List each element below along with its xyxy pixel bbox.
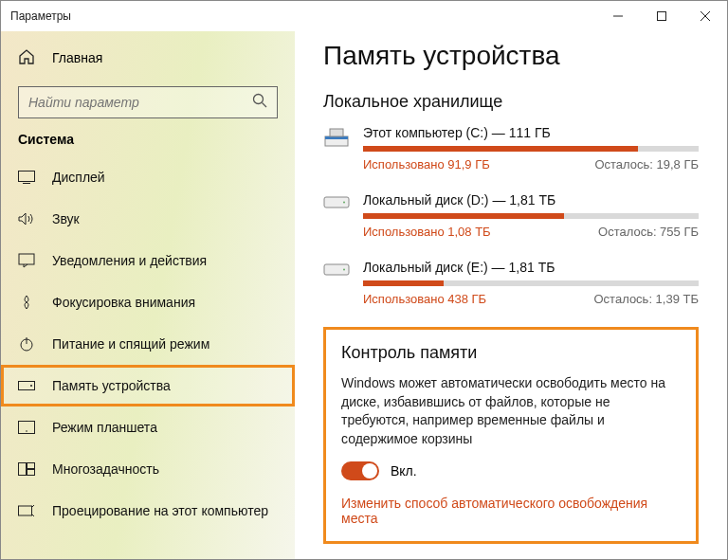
search-field[interactable] [28,95,252,110]
drive-bar [363,213,699,219]
sound-icon [18,210,35,227]
svg-rect-24 [324,264,349,275]
drive-bar [363,146,699,152]
toggle-knob [362,463,377,479]
window-title: Параметры [10,9,71,23]
storage-sense-link[interactable]: Изменить способ автоматического освобожд… [341,496,681,526]
svg-rect-18 [19,506,32,515]
svg-rect-1 [658,12,666,21]
power-icon [18,335,35,352]
search-icon [252,93,267,112]
svg-rect-22 [324,197,349,208]
drive-d-icon [323,194,350,221]
main-content: Память устройства Локальное хранилище Эт… [295,31,727,559]
home-label: Главная [52,50,102,65]
svg-rect-8 [19,254,34,264]
titlebar: Параметры [1,1,727,31]
drive-d[interactable]: Локальный диск (D:) — 1,81 ТБ Использова… [323,192,699,239]
search-input[interactable] [18,86,278,118]
sidebar-item-power[interactable]: Питание и спящий режим [1,323,295,365]
drive-bar-fill [363,213,564,219]
svg-point-25 [343,269,345,271]
nav-label: Многозадачность [52,461,159,477]
sidebar-item-tablet[interactable]: Режим планшета [1,406,295,448]
close-button[interactable] [683,1,727,31]
nav-label: Уведомления и действия [52,253,207,268]
drive-name: Локальный диск (D:) — 1,81 ТБ [363,192,699,208]
storage-sense-title: Контроль памяти [341,343,681,363]
svg-point-12 [30,385,32,387]
maximize-button[interactable] [640,1,683,31]
settings-window: Параметры Главная Система Дисплей Звук [0,0,728,560]
drive-free: Осталось: 755 ГБ [598,225,699,239]
svg-rect-16 [27,463,35,469]
home-icon [18,48,35,68]
drive-bar-fill [363,280,444,286]
storage-sense-desc: Windows может автоматически освободить м… [341,374,681,448]
projecting-icon [18,502,35,519]
focus-icon [18,294,35,311]
nav-label: Питание и спящий режим [52,336,209,352]
sidebar-item-focus[interactable]: Фокусировка внимания [1,281,295,323]
section-heading: Система [1,132,295,147]
svg-rect-21 [330,129,343,136]
display-icon [18,169,35,186]
multitask-icon [18,461,35,478]
svg-rect-15 [19,463,27,476]
storage-sense-box: Контроль памяти Windows может автоматиче… [323,327,699,544]
page-title: Память устройства [323,41,699,71]
drive-name: Этот компьютер (C:) — 111 ГБ [363,125,699,140]
drive-e[interactable]: Локальный диск (E:) — 1,81 ТБ Использова… [323,260,699,306]
drive-bar [363,280,699,286]
nav-label: Режим планшета [52,420,157,435]
svg-point-23 [343,202,345,204]
sidebar: Главная Система Дисплей Звук Уведомления… [1,31,295,559]
drive-used: Использовано 91,9 ГБ [363,157,490,172]
svg-point-4 [254,95,264,104]
notifications-icon [18,252,35,269]
toggle-label: Вкл. [391,463,417,479]
sidebar-item-display[interactable]: Дисплей [1,156,295,198]
sidebar-item-projecting[interactable]: Проецирование на этот компьютер [1,490,295,532]
nav-label: Звук [52,211,80,226]
sidebar-item-notifications[interactable]: Уведомления и действия [1,240,295,281]
nav-label: Фокусировка внимания [52,295,195,310]
drive-bar-fill [363,146,638,152]
sidebar-item-storage[interactable]: Память устройства [1,365,295,406]
storage-icon [18,377,35,394]
sidebar-item-sound[interactable]: Звук [1,198,295,240]
local-storage-heading: Локальное хранилище [323,92,699,112]
sidebar-item-multitask[interactable]: Многозадачность [1,448,295,490]
drive-free: Осталось: 1,39 ТБ [594,292,700,306]
drive-c-icon [323,127,350,154]
drive-c[interactable]: Этот компьютер (C:) — 111 ГБ Использован… [323,125,699,172]
drive-used: Использовано 1,08 ТБ [363,225,491,239]
drive-free: Осталось: 19,8 ГБ [594,157,699,172]
storage-sense-toggle[interactable] [341,461,379,480]
nav-label: Дисплей [52,170,105,185]
svg-line-5 [263,103,267,108]
drive-e-icon [323,262,350,288]
svg-rect-6 [19,172,35,182]
tablet-icon [18,419,35,436]
drive-name: Локальный диск (E:) — 1,81 ТБ [363,260,699,275]
home-button[interactable]: Главная [1,39,295,77]
drive-used: Использовано 438 ГБ [363,292,486,306]
svg-point-14 [26,430,27,432]
svg-rect-17 [27,470,35,476]
minimize-button[interactable] [596,1,640,31]
nav-label: Проецирование на этот компьютер [52,503,268,518]
nav-label: Память устройства [52,378,171,393]
